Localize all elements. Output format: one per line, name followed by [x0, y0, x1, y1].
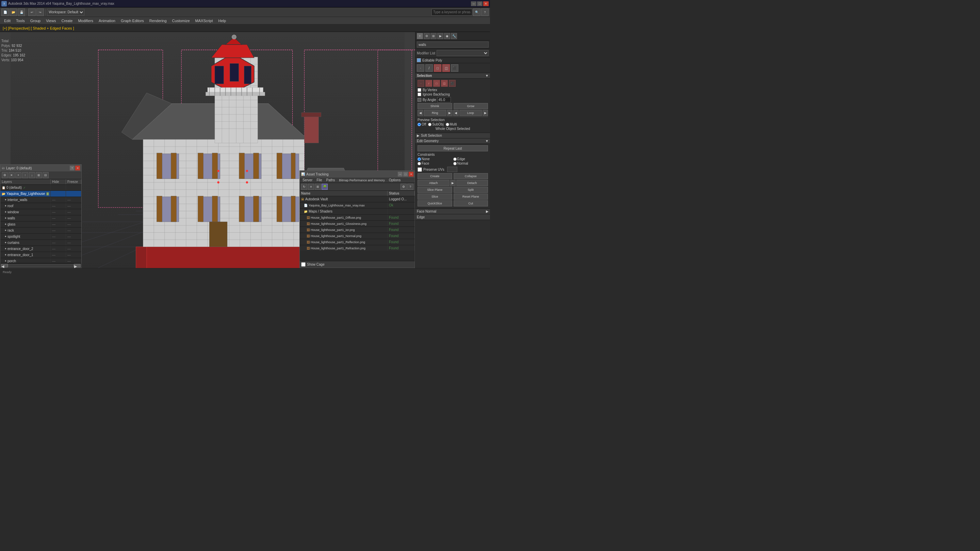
quickslice-btn[interactable]: QuickSlice	[417, 200, 452, 206]
asset-menu-server[interactable]: Server	[301, 178, 314, 183]
layers-collapse-btn[interactable]: ⊟	[43, 172, 49, 178]
save-button[interactable]: 💾	[18, 8, 25, 16]
layers-scrollbar[interactable]: ◀ ▶	[0, 263, 81, 268]
menu-help[interactable]: Help	[216, 17, 229, 24]
collapse-btn[interactable]: Collapse	[453, 173, 488, 179]
reset-plane-btn[interactable]: Reset Plane	[453, 194, 488, 200]
sel-element-btn[interactable]: ⬛	[449, 80, 456, 87]
selection-header[interactable]: Selection ▼	[415, 73, 490, 79]
detach-btn[interactable]: Detach	[456, 180, 488, 186]
open-button[interactable]: 📂	[10, 8, 17, 16]
layer-row-roof[interactable]: ✦roof — —	[0, 203, 81, 209]
attach-btn[interactable]: Attach	[417, 180, 450, 186]
sel-poly-btn[interactable]: ◫	[441, 80, 448, 87]
layer-row-window[interactable]: ✦window — —	[0, 209, 81, 215]
asset-menu-bitmap[interactable]: Bitmap Performance and Memory	[337, 178, 387, 183]
asset-menu-file[interactable]: File	[314, 178, 324, 183]
sel-vertex-btn[interactable]: ·	[417, 80, 424, 87]
layer-row-default[interactable]: 📋 0 (default) ✓	[0, 185, 81, 191]
slice-btn[interactable]: Slice	[417, 194, 452, 200]
asset-menu-options[interactable]: Options	[387, 178, 402, 183]
loop-btn[interactable]: Loop	[460, 110, 482, 116]
menu-tools[interactable]: Tools	[13, 17, 27, 24]
new-button[interactable]: 📄	[2, 8, 9, 16]
ring-fwd-arrow[interactable]: ▶	[447, 110, 453, 116]
maximize-button[interactable]: □	[477, 2, 482, 6]
layer-row-spotlight[interactable]: ✦spotlight — —	[0, 233, 81, 240]
utilities-panel-btn[interactable]: 🔧	[451, 33, 457, 39]
display-panel-btn[interactable]: ◉	[444, 33, 450, 39]
split-btn[interactable]: Split	[453, 187, 488, 193]
search-button[interactable]: 🔍	[473, 8, 480, 16]
asset-row-vault[interactable]: 🏛 Autodesk Vault Logged O...	[300, 196, 415, 202]
asset-row-glossiness[interactable]: 🖼 House_lighthouse_part1_Glossiness.png …	[300, 221, 415, 227]
ring-back-arrow[interactable]: ◀	[417, 110, 423, 116]
modifier-list-select[interactable]	[437, 50, 488, 56]
grow-btn[interactable]: Grow	[453, 103, 488, 109]
layers-help-btn[interactable]: ?	[70, 166, 75, 170]
asset-row-ior[interactable]: 🖼 House_lighthouse_part1_ior.png Found	[300, 227, 415, 233]
modify-panel-btn[interactable]: ⚙	[424, 33, 430, 39]
asset-list-view-btn[interactable]: ≡	[308, 184, 314, 190]
normal-radio[interactable]	[453, 162, 457, 165]
asset-close-btn[interactable]: ✕	[409, 172, 414, 176]
layer-row-walls[interactable]: ✦walls — —	[0, 215, 81, 221]
create-btn[interactable]: Create	[417, 173, 452, 179]
menu-group[interactable]: Group	[27, 17, 43, 24]
soft-selection-header[interactable]: ▶ Soft Selection	[415, 133, 490, 138]
menu-rendering[interactable]: Rendering	[147, 17, 169, 24]
poly-mode-btn[interactable]: ◫	[442, 64, 450, 72]
layer-row-interior-walls[interactable]: ✦interior_walls — —	[0, 197, 81, 203]
layer-row-porch[interactable]: ✦porch — —	[0, 258, 81, 263]
show-cage-checkbox[interactable]	[301, 262, 305, 267]
redo-button[interactable]: ↪	[37, 8, 44, 16]
layers-add-btn[interactable]: +	[15, 172, 21, 178]
menu-edit[interactable]: Edit	[2, 17, 13, 24]
menu-graph-editors[interactable]: Graph Editors	[118, 17, 147, 24]
layers-scroll-track[interactable]	[8, 264, 74, 267]
search-input[interactable]	[431, 9, 472, 16]
menu-views[interactable]: Views	[43, 17, 59, 24]
ignore-backfacing-checkbox[interactable]	[417, 92, 421, 96]
by-vertex-checkbox[interactable]	[417, 88, 421, 92]
minimize-button[interactable]: ─	[471, 2, 476, 6]
asset-settings-btn[interactable]: ⚙	[401, 184, 407, 190]
preview-off-radio[interactable]	[417, 123, 421, 126]
layer-row-curtains[interactable]: ✦curtains — —	[0, 240, 81, 246]
undo-button[interactable]: ↩	[28, 8, 36, 16]
asset-tree-view-btn[interactable]: 🌳	[321, 184, 328, 190]
menu-modifiers[interactable]: Modifiers	[75, 17, 96, 24]
asset-minimize-btn[interactable]: ─	[398, 172, 402, 176]
asset-row-normal[interactable]: 🖼 House_lighthouse_part1_Normal.png Foun…	[300, 233, 415, 239]
layers-expand-btn[interactable]: ⊞	[36, 172, 42, 178]
layers-scroll-right[interactable]: ▶	[74, 264, 81, 267]
motion-panel-btn[interactable]: ▶	[437, 33, 443, 39]
preview-subobj-radio[interactable]	[428, 123, 431, 126]
edge-mode-btn[interactable]: /	[425, 64, 433, 72]
object-name-input[interactable]	[417, 41, 488, 48]
preserve-uvs-settings[interactable]	[447, 167, 457, 172]
by-angle-checkbox[interactable]	[417, 98, 421, 102]
cut-btn[interactable]: Cut	[453, 200, 488, 206]
layer-row-entrance-door1[interactable]: ✦entrance_door_1 — —	[0, 252, 81, 258]
slice-plane-btn[interactable]: Slice Plane	[417, 187, 452, 193]
asset-grid-view-btn[interactable]: ⊞	[315, 184, 321, 190]
angle-value-input[interactable]	[437, 97, 451, 102]
preserve-uvs-checkbox[interactable]	[417, 167, 422, 172]
help-button[interactable]: ?	[481, 8, 488, 16]
asset-refresh-btn[interactable]: ↻	[301, 184, 307, 190]
layer-row-main[interactable]: 📂 Yaquina_Bay_Lighthouse	[0, 191, 81, 197]
layers-move-down-btn[interactable]: ↓	[29, 172, 35, 178]
layer-row-glass[interactable]: ✦glass — —	[0, 221, 81, 227]
asset-row-diffuse[interactable]: 🖼 House_lighthouse_part1_Diffuse.png Fou…	[300, 214, 415, 221]
layers-delete-btn[interactable]: ✕	[8, 172, 14, 178]
loop-fwd-arrow[interactable]: ▶	[482, 110, 488, 116]
edge-radio[interactable]	[453, 157, 457, 161]
workspace-select[interactable]: Workspace: Default	[47, 9, 84, 16]
layers-move-up-btn[interactable]: ↑	[22, 172, 28, 178]
edge-header[interactable]: Edge	[415, 214, 490, 220]
none-radio[interactable]	[417, 157, 421, 161]
menu-customize[interactable]: Customize	[169, 17, 192, 24]
sel-edge-btn[interactable]: /	[425, 80, 432, 87]
sel-border-btn[interactable]: □	[433, 80, 440, 87]
